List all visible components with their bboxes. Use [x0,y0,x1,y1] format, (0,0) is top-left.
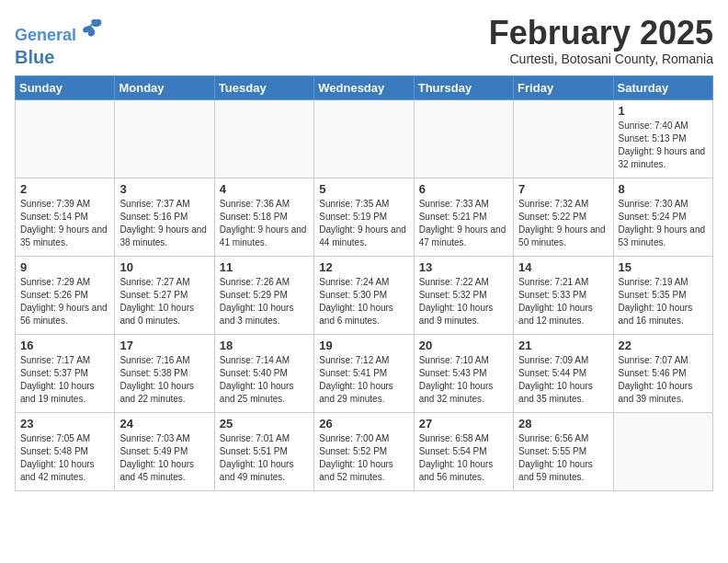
calendar-cell: 18Sunrise: 7:14 AM Sunset: 5:40 PM Dayli… [214,334,313,412]
week-row-3: 9Sunrise: 7:29 AM Sunset: 5:26 PM Daylig… [16,256,713,334]
day-number: 16 [20,339,109,352]
day-info: Sunrise: 7:37 AM Sunset: 5:16 PM Dayligh… [119,198,209,249]
day-info: Sunrise: 7:36 AM Sunset: 5:18 PM Dayligh… [220,198,309,249]
day-number: 15 [619,260,708,274]
day-number: 8 [619,182,708,196]
calendar-cell [214,99,313,178]
day-info: Sunrise: 7:10 AM Sunset: 5:43 PM Dayligh… [419,354,508,406]
day-number: 12 [319,260,408,274]
calendar-cell: 19Sunrise: 7:12 AM Sunset: 5:41 PM Dayli… [314,334,414,412]
day-info: Sunrise: 7:35 AM Sunset: 5:19 PM Dayligh… [319,198,408,249]
day-info: Sunrise: 7:21 AM Sunset: 5:33 PM Dayligh… [518,276,608,327]
day-number: 5 [319,182,408,196]
day-number: 11 [220,260,309,274]
calendar-cell: 17Sunrise: 7:16 AM Sunset: 5:38 PM Dayli… [115,334,214,412]
day-number: 27 [419,417,508,431]
weekday-header-row: SundayMondayTuesdayWednesdayThursdayFrid… [16,75,713,99]
calendar-cell: 10Sunrise: 7:27 AM Sunset: 5:27 PM Dayli… [115,256,214,334]
day-info: Sunrise: 7:09 AM Sunset: 5:44 PM Dayligh… [518,354,608,406]
day-number: 25 [220,417,309,431]
calendar-cell: 20Sunrise: 7:10 AM Sunset: 5:43 PM Dayli… [414,334,513,412]
calendar-cell: 28Sunrise: 6:56 AM Sunset: 5:55 PM Dayli… [514,412,613,490]
day-info: Sunrise: 7:29 AM Sunset: 5:26 PM Dayligh… [20,276,109,327]
day-info: Sunrise: 7:26 AM Sunset: 5:29 PM Dayligh… [220,276,309,327]
day-info: Sunrise: 6:58 AM Sunset: 5:54 PM Dayligh… [419,432,508,484]
day-number: 2 [20,182,109,196]
calendar-cell [314,99,414,178]
calendar-cell: 3Sunrise: 7:37 AM Sunset: 5:16 PM Daylig… [115,178,214,256]
day-info: Sunrise: 7:07 AM Sunset: 5:46 PM Dayligh… [619,354,708,406]
weekday-header-sunday: Sunday [16,75,115,99]
calendar-cell: 26Sunrise: 7:00 AM Sunset: 5:52 PM Dayli… [314,412,414,490]
logo-text: General [15,15,104,46]
day-number: 3 [119,182,209,196]
day-number: 13 [419,260,508,274]
day-number: 21 [518,339,608,352]
calendar-cell: 16Sunrise: 7:17 AM Sunset: 5:37 PM Dayli… [16,334,115,412]
day-number: 24 [119,417,209,431]
weekday-header-saturday: Saturday [613,75,712,99]
day-info: Sunrise: 7:17 AM Sunset: 5:37 PM Dayligh… [20,354,109,406]
logo-blue: Blue [15,46,104,68]
week-row-2: 2Sunrise: 7:39 AM Sunset: 5:14 PM Daylig… [16,178,713,256]
calendar-cell: 14Sunrise: 7:21 AM Sunset: 5:33 PM Dayli… [514,256,613,334]
day-info: Sunrise: 7:01 AM Sunset: 5:51 PM Dayligh… [220,432,309,484]
logo-bird-icon [78,15,104,40]
day-info: Sunrise: 7:19 AM Sunset: 5:35 PM Dayligh… [619,276,708,327]
calendar-cell: 12Sunrise: 7:24 AM Sunset: 5:30 PM Dayli… [314,256,414,334]
day-info: Sunrise: 7:27 AM Sunset: 5:27 PM Dayligh… [119,276,209,327]
calendar-cell: 2Sunrise: 7:39 AM Sunset: 5:14 PM Daylig… [16,178,115,256]
weekday-header-tuesday: Tuesday [214,75,313,99]
day-info: Sunrise: 7:24 AM Sunset: 5:30 PM Dayligh… [319,276,408,327]
day-info: Sunrise: 7:16 AM Sunset: 5:38 PM Dayligh… [119,354,209,406]
day-info: Sunrise: 7:05 AM Sunset: 5:48 PM Dayligh… [20,432,109,484]
calendar-cell [115,99,214,178]
day-number: 22 [619,339,708,352]
calendar-cell: 11Sunrise: 7:26 AM Sunset: 5:29 PM Dayli… [214,256,313,334]
week-row-1: 1Sunrise: 7:40 AM Sunset: 5:13 PM Daylig… [16,99,713,178]
day-number: 19 [319,339,408,352]
calendar-cell: 15Sunrise: 7:19 AM Sunset: 5:35 PM Dayli… [613,256,712,334]
calendar-cell: 1Sunrise: 7:40 AM Sunset: 5:13 PM Daylig… [613,99,712,178]
calendar-cell: 27Sunrise: 6:58 AM Sunset: 5:54 PM Dayli… [414,412,513,490]
calendar-subtitle: Curtesti, Botosani County, Romania [489,52,713,66]
calendar-cell [16,99,115,178]
calendar-cell: 8Sunrise: 7:30 AM Sunset: 5:24 PM Daylig… [613,178,712,256]
weekday-header-thursday: Thursday [414,75,513,99]
day-info: Sunrise: 6:56 AM Sunset: 5:55 PM Dayligh… [518,432,608,484]
day-info: Sunrise: 7:40 AM Sunset: 5:13 PM Dayligh… [619,120,708,171]
logo-general: General [15,26,76,44]
day-info: Sunrise: 7:22 AM Sunset: 5:32 PM Dayligh… [419,276,508,327]
calendar-title: February 2025 [489,15,713,52]
weekday-header-wednesday: Wednesday [314,75,414,99]
day-info: Sunrise: 7:14 AM Sunset: 5:40 PM Dayligh… [220,354,309,406]
calendar-cell [514,99,613,178]
logo: General Blue [15,15,104,68]
day-number: 28 [518,417,608,431]
day-info: Sunrise: 7:12 AM Sunset: 5:41 PM Dayligh… [319,354,408,406]
day-info: Sunrise: 7:30 AM Sunset: 5:24 PM Dayligh… [619,198,708,249]
day-number: 17 [119,339,209,352]
calendar-cell: 24Sunrise: 7:03 AM Sunset: 5:49 PM Dayli… [115,412,214,490]
page-header: General Blue February 2025 Curtesti, Bot… [15,15,713,68]
calendar-table: SundayMondayTuesdayWednesdayThursdayFrid… [15,75,713,491]
day-number: 6 [419,182,508,196]
day-info: Sunrise: 7:39 AM Sunset: 5:14 PM Dayligh… [20,198,109,249]
calendar-cell: 25Sunrise: 7:01 AM Sunset: 5:51 PM Dayli… [214,412,313,490]
day-number: 26 [319,417,408,431]
weekday-header-monday: Monday [115,75,214,99]
calendar-cell: 6Sunrise: 7:33 AM Sunset: 5:21 PM Daylig… [414,178,513,256]
calendar-cell [613,412,712,490]
calendar-cell: 22Sunrise: 7:07 AM Sunset: 5:46 PM Dayli… [613,334,712,412]
day-number: 10 [119,260,209,274]
calendar-cell: 9Sunrise: 7:29 AM Sunset: 5:26 PM Daylig… [16,256,115,334]
calendar-cell: 7Sunrise: 7:32 AM Sunset: 5:22 PM Daylig… [514,178,613,256]
title-block: February 2025 Curtesti, Botosani County,… [489,15,713,66]
day-number: 23 [20,417,109,431]
weekday-header-friday: Friday [514,75,613,99]
calendar-cell [414,99,513,178]
calendar-cell: 23Sunrise: 7:05 AM Sunset: 5:48 PM Dayli… [16,412,115,490]
day-info: Sunrise: 7:03 AM Sunset: 5:49 PM Dayligh… [119,432,209,484]
week-row-4: 16Sunrise: 7:17 AM Sunset: 5:37 PM Dayli… [16,334,713,412]
day-number: 4 [220,182,309,196]
